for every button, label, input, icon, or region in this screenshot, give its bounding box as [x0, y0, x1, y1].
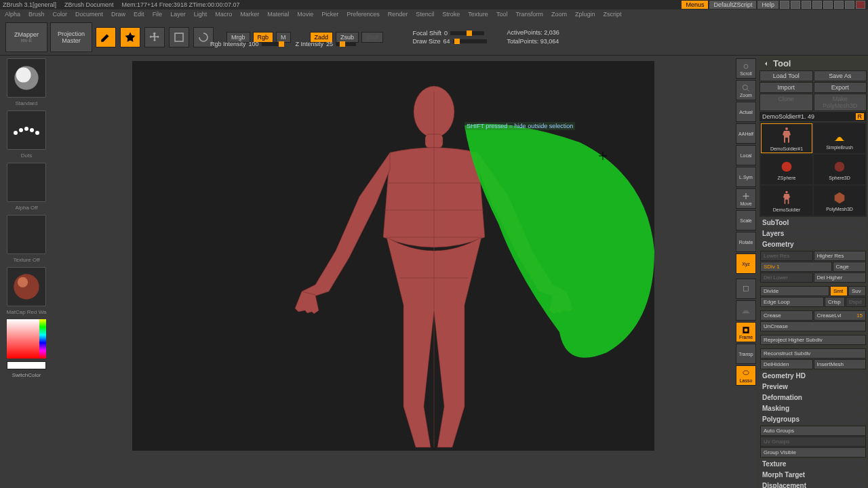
floor-button[interactable]: [736, 300, 756, 321]
menu-material[interactable]: Material: [265, 11, 291, 18]
texture-thumb[interactable]: [7, 215, 46, 254]
menu-draw[interactable]: Draw: [109, 11, 127, 18]
actual-button[interactable]: Actual: [736, 102, 756, 122]
clone-button[interactable]: Clone: [760, 94, 813, 111]
preview-section[interactable]: Preview: [760, 382, 867, 392]
menu-zoom[interactable]: Zoom: [549, 11, 569, 18]
polygroups-section[interactable]: Polygroups: [760, 414, 867, 424]
stroke-thumb[interactable]: [7, 110, 46, 150]
subtool-section[interactable]: SubTool: [760, 218, 867, 228]
load-tool-button[interactable]: Load Tool: [760, 70, 813, 81]
geometry-section[interactable]: Geometry: [760, 239, 867, 249]
next-icon[interactable]: [791, 1, 800, 9]
cage-button[interactable]: Cage: [833, 262, 866, 272]
menu-render[interactable]: Render: [386, 11, 410, 18]
local-button[interactable]: Local: [736, 145, 756, 165]
rgb-intensity-slider[interactable]: [262, 42, 282, 46]
menus-button[interactable]: Menus: [682, 1, 708, 9]
creaselvl-slider[interactable]: CreaseLvl15: [814, 310, 867, 321]
menu-marker[interactable]: Marker: [238, 11, 261, 18]
tool-r-button[interactable]: R: [856, 113, 865, 120]
insertmesh-button[interactable]: InsertMesh: [814, 359, 867, 369]
menu-file[interactable]: File: [151, 11, 165, 18]
dock-icon[interactable]: [812, 1, 822, 9]
deformation-section[interactable]: Deformation: [760, 392, 867, 403]
close-icon[interactable]: [856, 1, 865, 9]
arrow-left-icon[interactable]: [762, 60, 770, 68]
menu-document[interactable]: Document: [73, 11, 105, 18]
nav-rotate-button[interactable]: Rotate: [736, 232, 756, 252]
save-as-button[interactable]: Save As: [814, 70, 867, 81]
crisp-button[interactable]: Crisp: [825, 297, 845, 307]
make-polymesh-button[interactable]: Make PolyMesh3D: [814, 94, 867, 111]
del-lower-button[interactable]: Del Lower: [760, 272, 813, 283]
frame-button[interactable]: Frame: [736, 322, 756, 342]
alpha-thumb[interactable]: [7, 163, 46, 202]
zoom-button[interactable]: Zoom: [736, 80, 756, 100]
uv-groups-button[interactable]: Uv Groups: [760, 436, 866, 447]
tool-item-demosoldier[interactable]: DemoSoldier: [761, 186, 812, 216]
menu-layer[interactable]: Layer: [168, 11, 188, 18]
texture-section[interactable]: Texture: [760, 459, 867, 469]
menu-stencil[interactable]: Stencil: [414, 11, 436, 18]
lower-res-button[interactable]: Lower Res: [760, 251, 813, 261]
menu-movie[interactable]: Movie: [295, 11, 315, 18]
zcut-button[interactable]: Zcut: [361, 32, 383, 43]
menu-brush[interactable]: Brush: [26, 11, 47, 18]
nav-move-button[interactable]: Move: [736, 188, 756, 209]
masking-section[interactable]: Masking: [760, 403, 867, 413]
draw-size-slider[interactable]: [453, 39, 487, 43]
lsym-button[interactable]: L.Sym: [736, 167, 756, 187]
tool-item-simplebrush[interactable]: SimpleBrush: [814, 123, 865, 153]
current-color-swatch[interactable]: [7, 361, 46, 369]
scroll-button[interactable]: Scroll: [736, 58, 756, 79]
move-mode-button[interactable]: [144, 27, 165, 47]
help-button[interactable]: Help: [757, 1, 778, 9]
tool-item-polymesh3d[interactable]: PolyMesh3D: [814, 186, 865, 216]
import-button[interactable]: Import: [760, 82, 813, 93]
smt-button[interactable]: Smt: [830, 286, 848, 296]
viewport[interactable]: SHIFT pressed = hide outside selection: [132, 61, 654, 451]
menu-alpha[interactable]: Alpha: [3, 11, 22, 18]
menu-preferences[interactable]: Preferences: [344, 11, 382, 18]
prev-icon[interactable]: [780, 1, 789, 9]
color-picker[interactable]: [7, 319, 46, 359]
export-button[interactable]: Export: [814, 82, 867, 93]
menu-texture[interactable]: Texture: [466, 11, 490, 18]
minimize-icon[interactable]: [834, 1, 844, 9]
reproject-button[interactable]: Reproject Higher Subdiv: [760, 335, 866, 345]
menu-stroke[interactable]: Stroke: [440, 11, 462, 18]
scale-mode-button[interactable]: [169, 27, 189, 47]
anchor-icon[interactable]: [802, 1, 811, 9]
persp-button[interactable]: [736, 279, 756, 299]
crease-button[interactable]: Crease: [760, 310, 813, 321]
tool-item-sphere3d[interactable]: Sphere3D: [814, 155, 865, 184]
nav-scale-button[interactable]: Scale: [736, 210, 756, 230]
draw-mode-button[interactable]: [120, 27, 140, 47]
focal-shift-slider[interactable]: [450, 31, 484, 35]
edge-loop-button[interactable]: Edge Loop: [760, 297, 824, 307]
geometry-hd-section[interactable]: Geometry HD: [760, 371, 867, 381]
brush-thumb[interactable]: [7, 58, 46, 98]
menu-light[interactable]: Light: [192, 11, 210, 18]
lasso-button[interactable]: Lasso: [736, 365, 756, 386]
collapse-icon[interactable]: [823, 1, 833, 9]
material-thumb[interactable]: [7, 267, 46, 306]
suv-button[interactable]: Suv: [848, 286, 866, 296]
transp-button[interactable]: Transp: [736, 344, 756, 364]
defaultzscript-button[interactable]: DefaultZScript: [709, 1, 756, 9]
xyz-button[interactable]: Xyz: [736, 253, 756, 274]
menu-zplugin[interactable]: Zplugin: [573, 11, 597, 18]
layers-section[interactable]: Layers: [760, 228, 867, 239]
menu-color[interactable]: Color: [51, 11, 70, 18]
tool-item-demosoldier1[interactable]: DemoSoldier#1: [761, 123, 812, 153]
zmapper-button[interactable]: ZMapper rev-E: [5, 22, 47, 52]
z-intensity-slider[interactable]: [336, 42, 356, 46]
edit-mode-button[interactable]: [96, 27, 116, 47]
hue-bar[interactable]: [39, 319, 46, 359]
delhidden-button[interactable]: DelHidden: [760, 359, 813, 369]
dspd-button[interactable]: Dspd: [846, 297, 866, 307]
menu-picker[interactable]: Picker: [319, 11, 340, 18]
menu-transform[interactable]: Transform: [513, 11, 545, 18]
menu-macro[interactable]: Macro: [213, 11, 234, 18]
